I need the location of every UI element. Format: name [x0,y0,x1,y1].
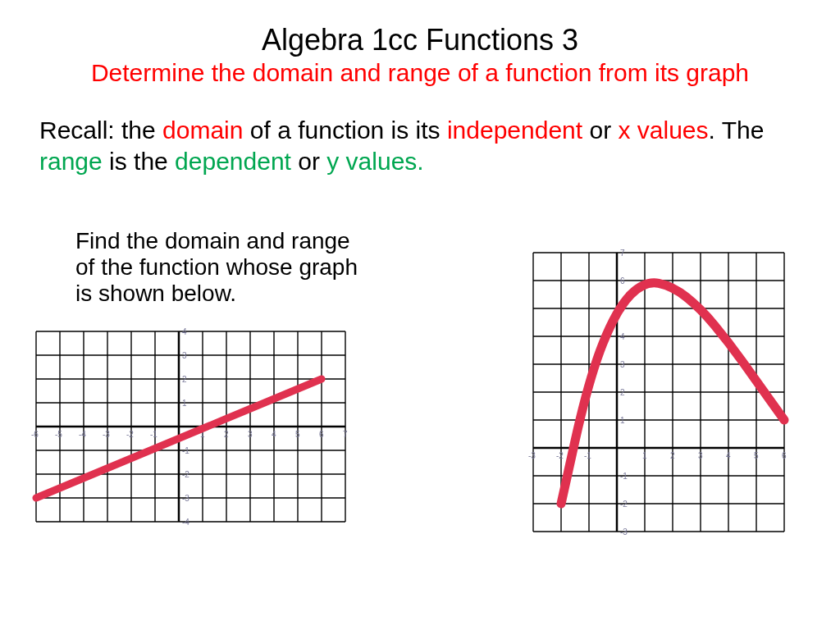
svg-text:3: 3 [698,451,703,460]
svg-text:-1: -1 [182,446,189,455]
recall-range: range [39,148,103,175]
svg-text:-1: -1 [584,451,591,460]
svg-text:-5: -5 [55,430,62,439]
svg-text:-3: -3 [620,527,628,536]
recall-text: Recall: the domain of a function is its … [39,115,801,176]
svg-text:7: 7 [620,249,625,258]
svg-text:-2: -2 [126,430,134,439]
svg-text:3: 3 [620,360,625,369]
svg-text:5: 5 [754,451,759,460]
recall-dependent: dependent [175,148,291,175]
recall-t2: of a function is its [243,116,446,144]
svg-text:6: 6 [782,451,787,460]
svg-text:4: 4 [272,430,276,439]
svg-text:4: 4 [182,327,187,336]
graph-1: -6-5-4-3-2-11234567-4-3-2-11234 [30,326,366,543]
svg-text:-2: -2 [182,470,189,479]
recall-t3: or [582,116,618,144]
svg-text:4: 4 [620,332,625,341]
svg-text:1: 1 [620,416,625,425]
svg-text:-2: -2 [620,500,628,509]
recall-t4: . The [709,116,765,144]
svg-text:-3: -3 [103,430,110,439]
svg-text:2: 2 [670,451,675,460]
svg-text:-1: -1 [150,430,158,439]
svg-text:-4: -4 [79,430,86,439]
svg-text:6: 6 [319,430,324,439]
recall-t6: or [291,148,326,175]
title-block: Algebra 1cc Functions 3 Determine the do… [0,0,840,87]
recall-yvalues: y values. [326,148,423,175]
svg-text:-3: -3 [528,451,536,460]
svg-text:3: 3 [182,351,187,360]
svg-text:2: 2 [182,375,187,384]
svg-text:1: 1 [182,399,187,408]
svg-text:2: 2 [224,430,229,439]
page-title: Algebra 1cc Functions 3 [0,23,840,57]
recall-t5: is the [103,148,175,175]
recall-t1: Recall: the [39,116,162,144]
recall-xvalues: x values [618,116,708,144]
svg-text:-1: -1 [620,472,628,481]
graph-2-svg: -3-2-1123456-3-2-11234567 [527,246,806,550]
svg-text:-2: -2 [556,451,564,460]
svg-text:-3: -3 [182,494,189,503]
svg-text:2: 2 [620,388,625,397]
graph-1-svg: -6-5-4-3-2-11234567-4-3-2-11234 [30,326,366,540]
page-subtitle: Determine the domain and range of a func… [0,59,840,87]
svg-text:-4: -4 [182,518,189,527]
svg-text:7: 7 [343,430,348,439]
prompt-text: Find the domain and range of the functio… [75,228,363,308]
recall-independent: independent [447,116,582,144]
svg-text:4: 4 [726,451,731,460]
graph-2: -3-2-1123456-3-2-11234567 [527,246,806,553]
svg-text:3: 3 [248,430,253,439]
svg-text:1: 1 [642,451,647,460]
svg-text:6: 6 [620,276,625,285]
svg-text:5: 5 [295,430,300,439]
recall-domain: domain [162,116,243,144]
svg-text:-6: -6 [31,430,39,439]
